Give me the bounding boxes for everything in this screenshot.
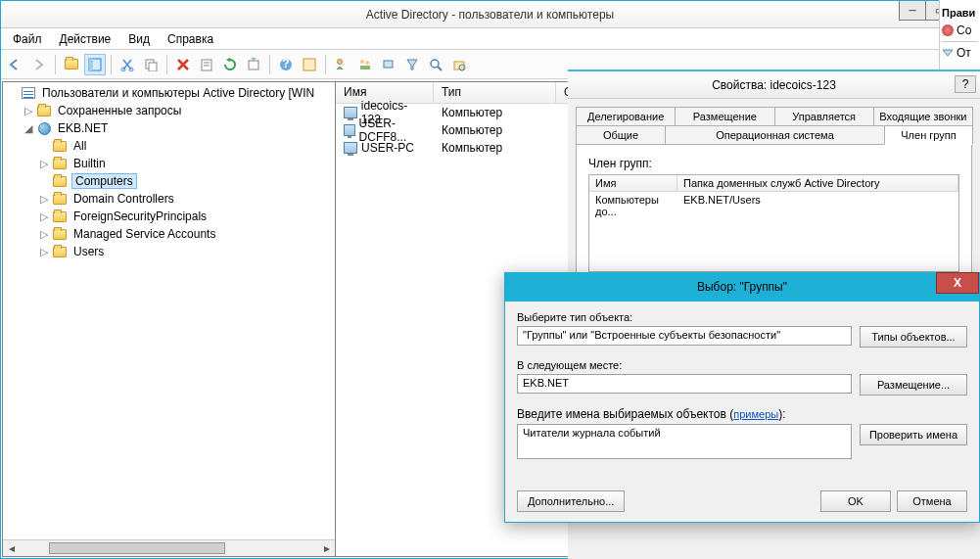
- tab-member-of[interactable]: Член групп: [884, 125, 973, 145]
- cancel-button[interactable]: Отмена: [897, 490, 967, 512]
- tab-managed-by[interactable]: Управляется: [774, 107, 874, 125]
- svg-point-18: [431, 60, 439, 68]
- tree-item-domain-controllers[interactable]: ▷ Domain Controllers: [5, 190, 335, 208]
- folder-icon: [37, 106, 51, 116]
- side-row[interactable]: От: [942, 44, 978, 62]
- svg-rect-9: [249, 61, 258, 70]
- properties-titlebar[interactable]: Свойства: idecoics-123 ?: [568, 71, 980, 99]
- copy-icon[interactable]: [140, 54, 162, 75]
- object-type-label: Выберите тип объекта:: [517, 311, 967, 323]
- tab-delegation[interactable]: Делегирование: [576, 107, 676, 125]
- find-icon[interactable]: [425, 54, 446, 75]
- svg-point-13: [338, 59, 343, 64]
- svg-rect-16: [360, 66, 370, 70]
- find-group-icon[interactable]: [354, 54, 376, 75]
- svg-point-15: [365, 61, 369, 65]
- show-tree-icon[interactable]: [84, 54, 106, 75]
- side-title: Прави: [942, 4, 978, 22]
- delete-icon[interactable]: [172, 54, 194, 75]
- aduc-title: Active Directory - пользователи и компью…: [366, 8, 614, 22]
- svg-rect-5: [149, 63, 157, 71]
- svg-text:?: ?: [282, 58, 289, 70]
- app-icon[interactable]: [299, 54, 320, 75]
- member-of-list[interactable]: Имя Папка доменных служб Active Director…: [588, 174, 959, 272]
- object-picker-dialog: Выбор: "Группы" X Выберите тип объекта: …: [504, 272, 980, 523]
- back-icon[interactable]: [5, 54, 26, 75]
- help-icon[interactable]: ?: [275, 54, 297, 75]
- tab-dialin[interactable]: Входящие звонки: [873, 107, 973, 125]
- cut-icon[interactable]: [117, 54, 138, 75]
- close-button[interactable]: X: [936, 272, 979, 294]
- member-of-label: Член групп:: [588, 157, 959, 170]
- svg-rect-12: [303, 59, 315, 70]
- tree-item-fsp[interactable]: ▷ ForeignSecurityPrincipals: [5, 208, 335, 225]
- menu-bar: Файл Действие Вид Справка: [1, 28, 979, 50]
- tree-item-computers[interactable]: Computers: [5, 172, 335, 190]
- advanced-button[interactable]: Дополнительно...: [517, 490, 625, 512]
- svg-rect-1: [89, 59, 93, 70]
- menu-file[interactable]: Файл: [5, 30, 50, 48]
- filter-icon[interactable]: [401, 54, 423, 75]
- tree-domain[interactable]: ◢ EKB.NET: [5, 119, 335, 137]
- tab-location[interactable]: Размещение: [675, 107, 774, 125]
- object-names-input[interactable]: Читатели журнала событий: [517, 424, 852, 459]
- side-row[interactable]: Со: [942, 22, 978, 39]
- computer-icon: [344, 124, 355, 136]
- tree-item-all[interactable]: All: [5, 137, 335, 155]
- menu-action[interactable]: Действие: [52, 30, 119, 48]
- domain-icon: [38, 122, 51, 135]
- tree-item-builtin[interactable]: ▷ Builtin: [5, 155, 335, 172]
- tree-item-msa[interactable]: ▷ Managed Service Accounts: [5, 225, 335, 243]
- member-row[interactable]: Компьютеры до... EKB.NET/Users: [589, 192, 958, 219]
- help-button[interactable]: ?: [955, 75, 976, 93]
- tab-general[interactable]: Общие: [576, 125, 666, 144]
- aduc-titlebar[interactable]: Active Directory - пользователи и компью…: [1, 1, 979, 28]
- ok-button[interactable]: OK: [820, 490, 891, 512]
- check-names-button[interactable]: Проверить имена: [860, 424, 967, 445]
- up-folder-icon[interactable]: [61, 54, 82, 75]
- svg-point-14: [360, 60, 364, 64]
- menu-view[interactable]: Вид: [120, 30, 158, 48]
- find-user-icon[interactable]: [331, 54, 352, 75]
- forward-icon[interactable]: [28, 54, 50, 75]
- tree-h-scrollbar[interactable]: ◂▸: [3, 539, 335, 556]
- folder-icon: [53, 229, 67, 240]
- col-type[interactable]: Тип: [434, 82, 556, 103]
- tree-saved-queries[interactable]: ▷ Сохраненные запросы: [5, 102, 335, 119]
- tree-panel: Пользователи и компьютеры Active Directo…: [2, 81, 335, 557]
- folder-icon: [53, 159, 67, 169]
- root-icon: [22, 87, 35, 99]
- folder-icon: [53, 194, 67, 205]
- folder-icon: [53, 176, 67, 187]
- svg-rect-17: [384, 61, 393, 68]
- properties-icon[interactable]: [196, 54, 217, 75]
- col-name[interactable]: Имя: [589, 175, 677, 191]
- svg-line-19: [438, 67, 442, 70]
- tab-os[interactable]: Операционная система: [665, 125, 885, 144]
- menu-help[interactable]: Справка: [160, 30, 221, 48]
- export-icon[interactable]: [243, 54, 264, 75]
- folder-icon: [53, 141, 67, 152]
- location-field: EKB.NET: [517, 374, 852, 394]
- computer-icon: [344, 142, 357, 154]
- find-container-icon[interactable]: [448, 54, 470, 75]
- refresh-icon[interactable]: [219, 54, 241, 75]
- tree-item-users[interactable]: ▷ Users: [5, 243, 335, 260]
- object-type-field: "Группы" или "Встроенные субъекты безопа…: [517, 326, 852, 346]
- object-types-button[interactable]: Типы объектов...: [860, 326, 967, 348]
- col-folder[interactable]: Папка доменных служб Active Directory: [677, 175, 958, 191]
- right-panel-fragment: Прави Со От: [939, 0, 980, 74]
- picker-titlebar[interactable]: Выбор: "Группы" X: [505, 272, 979, 302]
- examples-link[interactable]: примеры: [733, 408, 778, 420]
- tree-root[interactable]: Пользователи и компьютеры Active Directo…: [5, 84, 335, 102]
- location-label: В следующем месте:: [517, 359, 967, 371]
- add-computer-icon[interactable]: [378, 54, 399, 75]
- folder-icon: [53, 247, 67, 257]
- computer-icon: [344, 107, 357, 118]
- names-label: Введите имена выбираемых объектов (приме…: [517, 407, 967, 421]
- folder-icon: [53, 211, 67, 222]
- tab-body-member-of: Член групп: Имя Папка доменных служб Act…: [576, 144, 972, 291]
- locations-button[interactable]: Размещение...: [860, 374, 967, 396]
- minimize-button[interactable]: ─: [899, 1, 926, 21]
